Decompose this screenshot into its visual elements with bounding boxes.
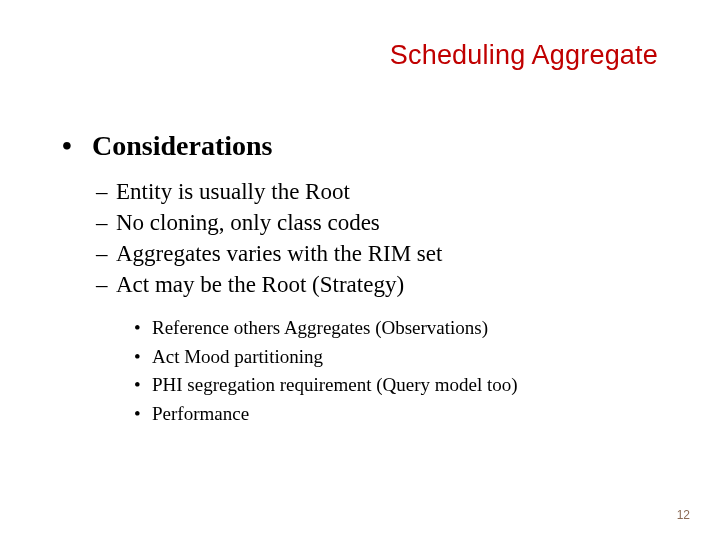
dash-icon: – (96, 176, 116, 207)
sub-item-text: Entity is usually the Root (116, 179, 350, 204)
sub-item: –Act may be the Root (Strategy) (96, 269, 658, 300)
dash-icon: – (96, 269, 116, 300)
subsub-item: •PHI segregation requirement (Query mode… (134, 371, 658, 400)
bullet-icon: • (134, 314, 152, 343)
dash-icon: – (96, 238, 116, 269)
sub-item: –Entity is usually the Root (96, 176, 658, 207)
subsub-item: •Act Mood partitioning (134, 343, 658, 372)
heading-text: Considerations (92, 130, 272, 161)
bullet-icon: • (134, 371, 152, 400)
slide: Scheduling Aggregate •Considerations –En… (0, 0, 720, 540)
page-number: 12 (677, 508, 690, 522)
sub-list: –Entity is usually the Root –No cloning,… (96, 176, 658, 428)
bullet-icon: • (62, 130, 92, 162)
subsub-item-text: Performance (152, 403, 249, 424)
slide-title: Scheduling Aggregate (390, 40, 658, 71)
sub-item: –No cloning, only class codes (96, 207, 658, 238)
bullet-icon: • (134, 400, 152, 429)
sub-item-text: No cloning, only class codes (116, 210, 380, 235)
subsub-item-text: Act Mood partitioning (152, 346, 323, 367)
sub-item: –Aggregates varies with the RIM set (96, 238, 658, 269)
sub-item-text: Act may be the Root (Strategy) (116, 272, 404, 297)
slide-body: •Considerations –Entity is usually the R… (62, 130, 658, 428)
subsub-item: •Reference others Aggregates (Observatio… (134, 314, 658, 343)
bullet-icon: • (134, 343, 152, 372)
dash-icon: – (96, 207, 116, 238)
sub-item-text: Aggregates varies with the RIM set (116, 241, 442, 266)
subsub-item: •Performance (134, 400, 658, 429)
subsub-list: •Reference others Aggregates (Observatio… (134, 314, 658, 428)
subsub-item-text: Reference others Aggregates (Observation… (152, 317, 488, 338)
heading-line: •Considerations (62, 130, 658, 162)
subsub-item-text: PHI segregation requirement (Query model… (152, 374, 518, 395)
